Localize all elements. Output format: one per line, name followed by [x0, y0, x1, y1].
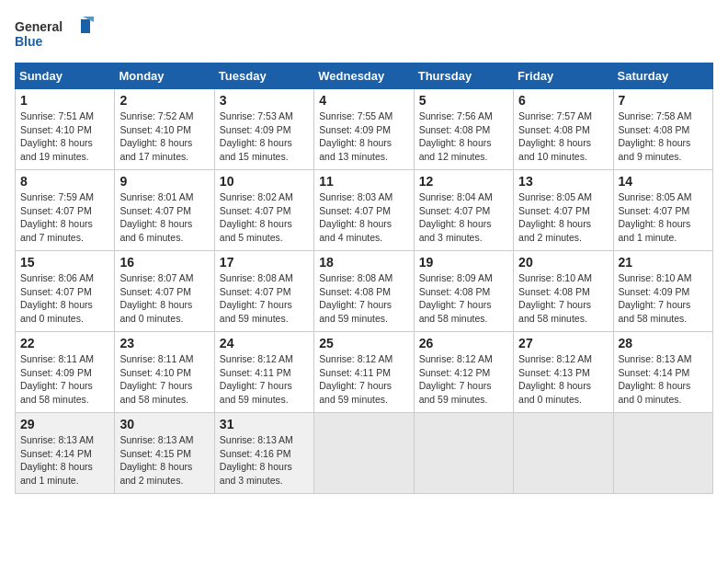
calendar-day: 5 Sunrise: 7:56 AM Sunset: 4:08 PM Dayli…	[414, 89, 513, 170]
day-number: 6	[518, 93, 608, 108]
day-number: 28	[619, 336, 708, 350]
day-number: 1	[20, 93, 109, 108]
day-info: Sunrise: 8:10 AM Sunset: 4:09 PM Dayligh…	[619, 271, 708, 326]
day-number: 24	[220, 336, 309, 350]
calendar-day: 24 Sunrise: 8:12 AM Sunset: 4:11 PM Dayl…	[214, 332, 313, 413]
calendar-day: 8 Sunrise: 7:59 AM Sunset: 4:07 PM Dayli…	[16, 170, 115, 251]
calendar-week-row: 8 Sunrise: 7:59 AM Sunset: 4:07 PM Dayli…	[16, 170, 713, 251]
calendar-day: 19 Sunrise: 8:09 AM Sunset: 4:08 PM Dayl…	[414, 251, 513, 332]
calendar-day: 18 Sunrise: 8:08 AM Sunset: 4:08 PM Dayl…	[314, 251, 414, 332]
day-info: Sunrise: 8:13 AM Sunset: 4:14 PM Dayligh…	[619, 352, 708, 407]
day-number: 31	[220, 417, 309, 431]
day-info: Sunrise: 8:13 AM Sunset: 4:15 PM Dayligh…	[119, 433, 209, 488]
day-number: 20	[518, 255, 608, 270]
calendar-day: 9 Sunrise: 8:01 AM Sunset: 4:07 PM Dayli…	[115, 170, 214, 251]
calendar-day	[414, 413, 513, 494]
logo-svg: General Blue	[15, 15, 97, 52]
calendar-day: 13 Sunrise: 8:05 AM Sunset: 4:07 PM Dayl…	[514, 170, 613, 251]
calendar-day: 17 Sunrise: 8:08 AM Sunset: 4:07 PM Dayl…	[214, 251, 313, 332]
day-info: Sunrise: 8:10 AM Sunset: 4:08 PM Dayligh…	[518, 271, 608, 326]
calendar-day: 29 Sunrise: 8:13 AM Sunset: 4:14 PM Dayl…	[16, 413, 115, 494]
calendar-week-row: 29 Sunrise: 8:13 AM Sunset: 4:14 PM Dayl…	[16, 413, 713, 494]
calendar-day: 4 Sunrise: 7:55 AM Sunset: 4:09 PM Dayli…	[314, 89, 414, 170]
day-info: Sunrise: 7:59 AM Sunset: 4:07 PM Dayligh…	[20, 190, 109, 245]
day-info: Sunrise: 8:08 AM Sunset: 4:07 PM Dayligh…	[220, 271, 309, 326]
day-info: Sunrise: 8:04 AM Sunset: 4:07 PM Dayligh…	[419, 190, 508, 245]
day-info: Sunrise: 8:11 AM Sunset: 4:09 PM Dayligh…	[20, 352, 109, 407]
day-info: Sunrise: 8:12 AM Sunset: 4:11 PM Dayligh…	[220, 352, 309, 407]
day-info: Sunrise: 7:53 AM Sunset: 4:09 PM Dayligh…	[220, 109, 309, 164]
day-number: 4	[319, 93, 408, 108]
svg-text:General: General	[15, 19, 63, 34]
day-number: 3	[220, 93, 309, 108]
calendar-day: 27 Sunrise: 8:12 AM Sunset: 4:13 PM Dayl…	[514, 332, 613, 413]
day-number: 26	[419, 336, 508, 350]
day-info: Sunrise: 7:58 AM Sunset: 4:08 PM Dayligh…	[619, 109, 708, 164]
calendar-day: 10 Sunrise: 8:02 AM Sunset: 4:07 PM Dayl…	[214, 170, 313, 251]
day-number: 11	[319, 174, 408, 189]
calendar-day: 30 Sunrise: 8:13 AM Sunset: 4:15 PM Dayl…	[115, 413, 214, 494]
calendar-day: 12 Sunrise: 8:04 AM Sunset: 4:07 PM Dayl…	[414, 170, 513, 251]
day-info: Sunrise: 8:05 AM Sunset: 4:07 PM Dayligh…	[518, 190, 608, 245]
logo: General Blue	[15, 15, 97, 52]
day-number: 10	[220, 174, 309, 189]
day-info: Sunrise: 8:12 AM Sunset: 4:12 PM Dayligh…	[419, 352, 508, 407]
day-number: 27	[518, 336, 608, 350]
day-info: Sunrise: 8:09 AM Sunset: 4:08 PM Dayligh…	[419, 271, 508, 326]
day-number: 21	[619, 255, 708, 270]
day-number: 14	[619, 174, 708, 189]
day-number: 7	[619, 93, 708, 108]
dow-header: Thursday	[414, 63, 513, 89]
calendar-day: 6 Sunrise: 7:57 AM Sunset: 4:08 PM Dayli…	[514, 89, 613, 170]
day-info: Sunrise: 8:13 AM Sunset: 4:16 PM Dayligh…	[220, 433, 309, 488]
day-number: 16	[119, 255, 209, 270]
calendar-day	[613, 413, 712, 494]
dow-header: Monday	[115, 63, 214, 89]
day-info: Sunrise: 8:12 AM Sunset: 4:13 PM Dayligh…	[518, 352, 608, 407]
days-of-week-row: SundayMondayTuesdayWednesdayThursdayFrid…	[16, 63, 713, 89]
day-number: 13	[518, 174, 608, 189]
dow-header: Wednesday	[314, 63, 414, 89]
day-number: 8	[20, 174, 109, 189]
day-number: 17	[220, 255, 309, 270]
page-header: General Blue	[15, 15, 713, 52]
calendar-week-row: 1 Sunrise: 7:51 AM Sunset: 4:10 PM Dayli…	[16, 89, 713, 170]
calendar-body: 1 Sunrise: 7:51 AM Sunset: 4:10 PM Dayli…	[16, 89, 713, 494]
day-info: Sunrise: 8:03 AM Sunset: 4:07 PM Dayligh…	[319, 190, 408, 245]
day-number: 2	[119, 93, 209, 108]
day-info: Sunrise: 7:56 AM Sunset: 4:08 PM Dayligh…	[419, 109, 508, 164]
calendar-week-row: 22 Sunrise: 8:11 AM Sunset: 4:09 PM Dayl…	[16, 332, 713, 413]
calendar-day: 31 Sunrise: 8:13 AM Sunset: 4:16 PM Dayl…	[214, 413, 313, 494]
dow-header: Friday	[514, 63, 613, 89]
calendar-day	[314, 413, 414, 494]
calendar-day: 7 Sunrise: 7:58 AM Sunset: 4:08 PM Dayli…	[613, 89, 712, 170]
day-number: 22	[20, 336, 109, 350]
day-info: Sunrise: 8:08 AM Sunset: 4:08 PM Dayligh…	[319, 271, 408, 326]
calendar-day: 1 Sunrise: 7:51 AM Sunset: 4:10 PM Dayli…	[16, 89, 115, 170]
calendar-day: 14 Sunrise: 8:05 AM Sunset: 4:07 PM Dayl…	[613, 170, 712, 251]
day-info: Sunrise: 8:01 AM Sunset: 4:07 PM Dayligh…	[119, 190, 209, 245]
calendar-day: 2 Sunrise: 7:52 AM Sunset: 4:10 PM Dayli…	[115, 89, 214, 170]
day-info: Sunrise: 7:52 AM Sunset: 4:10 PM Dayligh…	[119, 109, 209, 164]
day-info: Sunrise: 8:05 AM Sunset: 4:07 PM Dayligh…	[619, 190, 708, 245]
calendar-day: 15 Sunrise: 8:06 AM Sunset: 4:07 PM Dayl…	[16, 251, 115, 332]
day-info: Sunrise: 8:11 AM Sunset: 4:10 PM Dayligh…	[119, 352, 209, 407]
day-number: 30	[119, 417, 209, 431]
day-number: 18	[319, 255, 408, 270]
day-info: Sunrise: 8:12 AM Sunset: 4:11 PM Dayligh…	[319, 352, 408, 407]
svg-text:Blue: Blue	[15, 34, 43, 49]
calendar-day: 16 Sunrise: 8:07 AM Sunset: 4:07 PM Dayl…	[115, 251, 214, 332]
day-info: Sunrise: 8:07 AM Sunset: 4:07 PM Dayligh…	[119, 271, 209, 326]
day-number: 15	[20, 255, 109, 270]
day-number: 5	[419, 93, 508, 108]
svg-marker-2	[81, 19, 90, 33]
calendar-day: 25 Sunrise: 8:12 AM Sunset: 4:11 PM Dayl…	[314, 332, 414, 413]
day-info: Sunrise: 7:51 AM Sunset: 4:10 PM Dayligh…	[20, 109, 109, 164]
calendar-day: 26 Sunrise: 8:12 AM Sunset: 4:12 PM Dayl…	[414, 332, 513, 413]
calendar-day	[514, 413, 613, 494]
dow-header: Sunday	[16, 63, 115, 89]
day-number: 19	[419, 255, 508, 270]
calendar-day: 28 Sunrise: 8:13 AM Sunset: 4:14 PM Dayl…	[613, 332, 712, 413]
calendar-day: 20 Sunrise: 8:10 AM Sunset: 4:08 PM Dayl…	[514, 251, 613, 332]
calendar-day: 23 Sunrise: 8:11 AM Sunset: 4:10 PM Dayl…	[115, 332, 214, 413]
